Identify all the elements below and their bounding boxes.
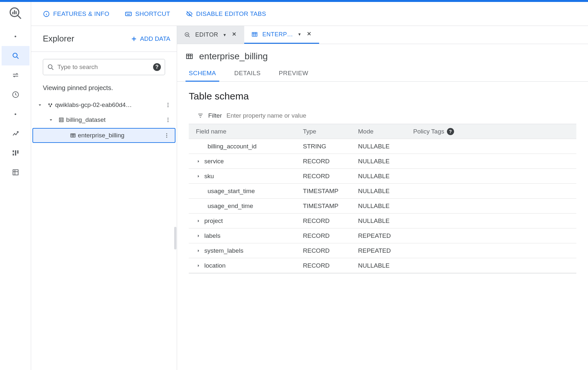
schema-row[interactable]: serviceRECORDNULLABLE bbox=[189, 154, 576, 169]
expand-icon[interactable] bbox=[196, 174, 201, 179]
explorer-title: Explorer bbox=[43, 34, 74, 44]
svg-point-23 bbox=[62, 120, 62, 121]
field-mode: NULLABLE bbox=[358, 173, 413, 180]
features-info-button[interactable]: FEATURES & INFO bbox=[43, 10, 109, 17]
tab-editor-label: EDITOR bbox=[195, 31, 218, 38]
svg-point-30 bbox=[166, 137, 167, 138]
explorer-scrollbar[interactable] bbox=[174, 227, 176, 249]
expand-icon[interactable] bbox=[196, 263, 201, 268]
pinned-projects-text: Viewing pinned projects. bbox=[31, 75, 177, 94]
subtab-preview[interactable]: PREVIEW bbox=[279, 70, 308, 81]
expand-icon[interactable] bbox=[196, 159, 201, 164]
info-icon bbox=[43, 10, 50, 17]
schema-row[interactable]: locationRECORDNULLABLE bbox=[189, 258, 576, 273]
chevron-down-icon[interactable]: ▼ bbox=[298, 32, 302, 37]
tab-close-button[interactable] bbox=[306, 31, 312, 38]
svg-rect-32 bbox=[252, 32, 257, 36]
filter-input[interactable] bbox=[226, 112, 573, 119]
disable-tabs-button[interactable]: DISABLE EDITOR TABS bbox=[186, 10, 266, 17]
rail-item-docs[interactable] bbox=[2, 163, 30, 182]
schema-row[interactable]: billing_account_idSTRINGNULLABLE bbox=[189, 139, 576, 154]
chevron-down-icon[interactable] bbox=[45, 117, 56, 123]
schema-row[interactable]: system_labelsRECORDREPEATED bbox=[189, 243, 576, 258]
project-icon bbox=[45, 102, 55, 108]
schema-row[interactable]: skuRECORDNULLABLE bbox=[189, 169, 576, 184]
rail-item-more[interactable] bbox=[2, 104, 30, 124]
editor-tab-bar: EDITOR ▼ ENTERP… ▼ bbox=[177, 26, 588, 44]
svg-rect-5 bbox=[17, 150, 18, 154]
field-name: service bbox=[204, 158, 224, 165]
svg-point-20 bbox=[60, 119, 61, 120]
field-mode: NULLABLE bbox=[358, 143, 413, 150]
svg-point-28 bbox=[166, 133, 167, 134]
field-type: TIMESTAMP bbox=[303, 202, 358, 210]
schema-row[interactable]: projectRECORDNULLABLE bbox=[189, 214, 576, 228]
field-type: STRING bbox=[303, 143, 358, 150]
rail-item-transfers[interactable] bbox=[2, 65, 30, 85]
table-icon bbox=[251, 31, 258, 38]
table-more-button[interactable] bbox=[162, 133, 172, 138]
svg-rect-11 bbox=[127, 13, 128, 14]
field-mode: NULLABLE bbox=[358, 188, 413, 195]
field-mode: REPEATED bbox=[358, 232, 413, 239]
col-field-name: Field name bbox=[196, 128, 303, 135]
field-mode: NULLABLE bbox=[358, 202, 413, 210]
col-type: Type bbox=[303, 128, 358, 135]
table-icon bbox=[68, 133, 78, 138]
add-data-label: ADD DATA bbox=[140, 35, 170, 42]
field-type: RECORD bbox=[303, 232, 358, 239]
field-type: RECORD bbox=[303, 217, 358, 225]
svg-rect-9 bbox=[126, 12, 131, 16]
explorer-panel: Explorer ADD DATA ? Viewing pinned proje… bbox=[31, 26, 177, 370]
schema-row[interactable]: usage_end_timeTIMESTAMPNULLABLE bbox=[189, 199, 576, 214]
expand-icon[interactable] bbox=[196, 248, 201, 253]
add-data-button[interactable]: ADD DATA bbox=[130, 35, 170, 42]
resource-tree: qwiklabs-gcp-02-eab60d4… billing_dataset… bbox=[31, 94, 177, 147]
field-mode: REPEATED bbox=[358, 247, 413, 254]
col-mode: Mode bbox=[358, 128, 413, 135]
svg-point-15 bbox=[48, 65, 52, 69]
dataset-more-button[interactable] bbox=[163, 117, 173, 123]
eye-off-icon bbox=[186, 10, 193, 17]
schema-table: Field name Type Mode Policy Tags ? billi… bbox=[189, 124, 576, 273]
dataset-icon bbox=[56, 117, 66, 123]
query-icon bbox=[184, 32, 191, 38]
keyboard-icon bbox=[125, 10, 132, 17]
chevron-down-icon[interactable]: ▼ bbox=[223, 33, 227, 37]
schema-row[interactable]: labelsRECORDREPEATED bbox=[189, 228, 576, 243]
field-name: sku bbox=[204, 173, 214, 180]
table-title: enterprise_billing bbox=[199, 51, 268, 62]
tab-close-button[interactable] bbox=[231, 31, 237, 39]
subtab-schema[interactable]: SCHEMA bbox=[189, 70, 216, 81]
rail-item-search[interactable] bbox=[2, 46, 30, 65]
expand-icon[interactable] bbox=[196, 233, 201, 238]
top-toolbar: FEATURES & INFO SHORTCUT DISABLE EDITOR … bbox=[31, 2, 588, 26]
explorer-search[interactable]: ? bbox=[43, 59, 165, 75]
rail-item-settings[interactable] bbox=[2, 143, 30, 163]
tab-active-label: ENTERP… bbox=[262, 31, 293, 38]
schema-row[interactable]: usage_start_timeTIMESTAMPNULLABLE bbox=[189, 184, 576, 199]
expand-icon[interactable] bbox=[196, 218, 201, 224]
tree-table-row[interactable]: enterprise_billing bbox=[32, 128, 175, 143]
svg-point-25 bbox=[168, 120, 169, 121]
field-type: RECORD bbox=[303, 173, 358, 180]
main-area: EDITOR ▼ ENTERP… ▼ enterprise_billing bbox=[177, 26, 588, 370]
tab-enterprise-billing[interactable]: ENTERP… ▼ bbox=[244, 26, 319, 44]
tree-project-row[interactable]: qwiklabs-gcp-02-eab60d4… bbox=[31, 98, 177, 112]
svg-rect-3 bbox=[13, 150, 14, 152]
shortcut-button[interactable]: SHORTCUT bbox=[125, 10, 170, 17]
tree-dataset-row[interactable]: billing_dataset bbox=[31, 112, 177, 127]
search-help-icon[interactable]: ? bbox=[153, 63, 161, 71]
policy-help-icon[interactable]: ? bbox=[447, 128, 454, 135]
svg-point-21 bbox=[62, 119, 62, 120]
rail-item-history[interactable] bbox=[2, 85, 30, 104]
explorer-search-input[interactable] bbox=[57, 64, 150, 71]
rail-item-analytics[interactable] bbox=[2, 124, 30, 143]
chevron-down-icon[interactable] bbox=[34, 102, 45, 108]
rail-item-recent[interactable] bbox=[2, 27, 30, 46]
project-more-button[interactable] bbox=[163, 102, 173, 108]
field-name: billing_account_id bbox=[208, 143, 257, 150]
svg-rect-10 bbox=[126, 13, 127, 14]
subtab-details[interactable]: DETAILS bbox=[234, 70, 260, 81]
tab-editor[interactable]: EDITOR ▼ bbox=[177, 26, 244, 44]
